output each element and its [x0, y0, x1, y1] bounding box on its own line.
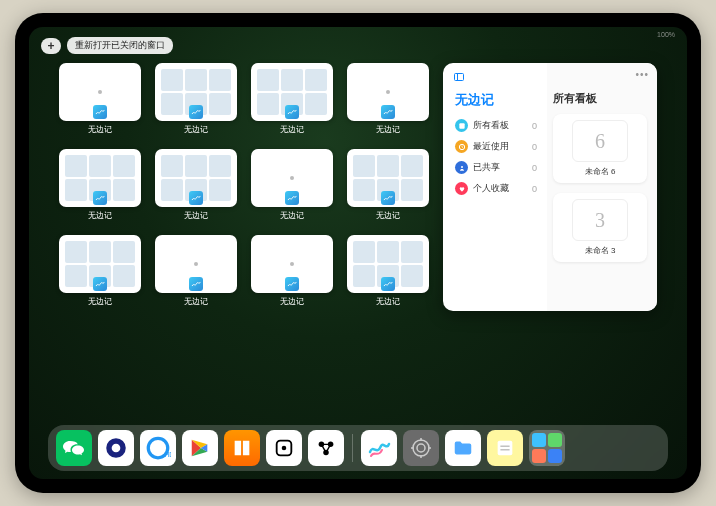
window-thumb	[59, 149, 141, 207]
app-switcher: 无边记无边记无边记无边记无边记无边记无边记无边记无边记无边记无边记无边记 •••…	[59, 63, 657, 423]
freeform-app-icon	[381, 277, 395, 291]
window-label: 无边记	[88, 296, 112, 307]
window-thumb	[155, 235, 237, 293]
ipad-screen: 100% + 重新打开已关闭的窗口 无边记无边记无边记无边记无边记无边记无边记无…	[29, 27, 687, 479]
window-thumb	[155, 149, 237, 207]
window-label: 无边记	[184, 210, 208, 221]
board-name: 未命名 3	[559, 245, 641, 256]
board-card[interactable]: 3未命名 3	[553, 193, 647, 262]
svg-text:HD: HD	[165, 451, 172, 458]
dock-divider	[352, 434, 353, 462]
freeform-app-icon	[189, 277, 203, 291]
ipad-frame: 100% + 重新打开已关闭的窗口 无边记无边记无边记无边记无边记无边记无边记无…	[15, 13, 701, 493]
sidebar-icon[interactable]	[453, 71, 465, 83]
window-thumb	[347, 149, 429, 207]
window-label: 无边记	[280, 210, 304, 221]
freeform-app-icon	[93, 191, 107, 205]
more-icon[interactable]: •••	[635, 69, 649, 80]
window-tile[interactable]: 无边记	[59, 63, 141, 141]
window-label: 无边记	[376, 210, 400, 221]
window-tile[interactable]: 无边记	[155, 149, 237, 227]
window-tile[interactable]: 无边记	[251, 235, 333, 313]
window-tile[interactable]: 无边记	[59, 149, 141, 227]
freeform-app-icon	[189, 105, 203, 119]
window-label: 无边记	[184, 296, 208, 307]
window-tile[interactable]: 无边记	[347, 235, 429, 313]
freeform-app-icon	[381, 105, 395, 119]
category-row[interactable]: 已共享0	[455, 161, 537, 174]
window-tile[interactable]: 无边记	[155, 235, 237, 313]
category-icon	[455, 119, 468, 132]
play-icon[interactable]	[182, 430, 218, 466]
category-count: 0	[532, 142, 537, 152]
wechat-icon[interactable]	[56, 430, 92, 466]
window-label: 无边记	[88, 124, 112, 135]
category-label: 最近使用	[473, 140, 509, 153]
top-bar: + 重新打开已关闭的窗口	[41, 37, 173, 54]
freeform-app-icon	[381, 191, 395, 205]
window-label: 无边记	[88, 210, 112, 221]
category-label: 个人收藏	[473, 182, 509, 195]
freeform-app-icon	[189, 191, 203, 205]
window-thumb	[251, 235, 333, 293]
category-count: 0	[532, 121, 537, 131]
qqbrowser-icon[interactable]: HD	[140, 430, 176, 466]
window-label: 无边记	[376, 296, 400, 307]
category-icon	[455, 140, 468, 153]
stage-sidebar: 无边记 所有看板0最近使用0已共享0个人收藏0	[443, 63, 547, 311]
freeform-icon[interactable]	[361, 430, 397, 466]
window-tile[interactable]: 无边记	[347, 63, 429, 141]
category-row[interactable]: 最近使用0	[455, 140, 537, 153]
window-tile[interactable]: 无边记	[155, 63, 237, 141]
board-card[interactable]: 6未命名 6	[553, 114, 647, 183]
category-row[interactable]: 所有看板0	[455, 119, 537, 132]
board-thumb: 6	[572, 120, 628, 162]
svg-rect-20	[498, 441, 513, 456]
reopen-closed-window-button[interactable]: 重新打开已关闭的窗口	[67, 37, 173, 54]
window-thumb	[155, 63, 237, 121]
window-label: 无边记	[280, 296, 304, 307]
window-thumb	[59, 63, 141, 121]
books-icon[interactable]	[224, 430, 260, 466]
freeform-app-icon	[285, 105, 299, 119]
settings-icon[interactable]	[403, 430, 439, 466]
window-thumb	[347, 235, 429, 293]
window-tile[interactable]: 无边记	[59, 235, 141, 313]
window-label: 无边记	[184, 124, 208, 135]
category-icon	[455, 182, 468, 195]
window-grid: 无边记无边记无边记无边记无边记无边记无边记无边记无边记无边记无边记无边记	[59, 63, 429, 423]
window-label: 无边记	[376, 124, 400, 135]
category-row[interactable]: 个人收藏0	[455, 182, 537, 195]
notes-icon[interactable]	[487, 430, 523, 466]
window-thumb	[59, 235, 141, 293]
quark-icon[interactable]	[98, 430, 134, 466]
svg-point-6	[112, 444, 121, 453]
molecule-icon[interactable]	[308, 430, 344, 466]
category-label: 所有看板	[473, 119, 509, 132]
category-count: 0	[532, 184, 537, 194]
freeform-app-icon	[93, 105, 107, 119]
section-title: 所有看板	[553, 91, 647, 106]
svg-point-14	[413, 440, 429, 456]
stage-window[interactable]: ••• 无边记 所有看板0最近使用0已共享0个人收藏0 所有看板 6未命名 63…	[443, 63, 657, 311]
dice-icon[interactable]	[266, 430, 302, 466]
svg-rect-0	[455, 74, 464, 81]
app-library-icon[interactable]	[529, 430, 565, 466]
board-thumb: 3	[572, 199, 628, 241]
files-icon[interactable]	[445, 430, 481, 466]
board-name: 未命名 6	[559, 166, 641, 177]
window-label: 无边记	[280, 124, 304, 135]
svg-rect-2	[459, 123, 464, 128]
category-icon	[455, 161, 468, 174]
svg-point-15	[417, 444, 425, 452]
window-tile[interactable]: 无边记	[251, 149, 333, 227]
stage-content: 所有看板 6未命名 63未命名 3	[547, 63, 657, 311]
new-window-button[interactable]: +	[41, 38, 61, 54]
category-count: 0	[532, 163, 537, 173]
category-label: 已共享	[473, 161, 500, 174]
window-tile[interactable]: 无边记	[347, 149, 429, 227]
freeform-app-icon	[93, 277, 107, 291]
status-bar: 100%	[657, 31, 675, 38]
window-thumb	[251, 149, 333, 207]
window-tile[interactable]: 无边记	[251, 63, 333, 141]
